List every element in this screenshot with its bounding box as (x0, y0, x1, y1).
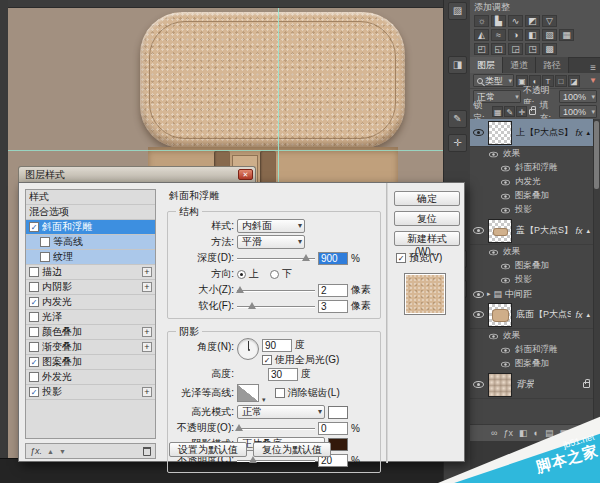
layer-group-row[interactable]: ▸▤中间距 (470, 287, 600, 301)
effect-row[interactable]: 内发光 (470, 175, 600, 189)
checkbox-icon[interactable] (29, 267, 39, 277)
effect-row[interactable]: 图案叠加 (470, 357, 600, 371)
tab-layers[interactable]: 图层 (470, 57, 503, 73)
adjustment-layer-icon[interactable]: ◐ (534, 426, 539, 441)
fx-collapse-icon[interactable]: ▴ (586, 129, 590, 137)
preview-checkbox[interactable]: ✓ (396, 253, 406, 263)
anti-alias-checkbox[interactable] (275, 388, 285, 398)
soften-slider[interactable] (237, 301, 315, 311)
delete-layer-icon[interactable]: ▯ (574, 426, 579, 441)
visibility-eye-icon[interactable] (501, 361, 510, 367)
close-icon[interactable]: ✕ (238, 169, 253, 180)
visibility-eye-icon[interactable] (489, 151, 498, 157)
bevel-style-dropdown[interactable]: 内斜面 (237, 219, 305, 233)
adjustment-icon[interactable]: ◲ (508, 43, 523, 55)
effect-row[interactable]: 图案叠加 (470, 189, 600, 203)
filter-toggle-icon[interactable]: ▼ (589, 76, 597, 85)
angle-dial[interactable] (237, 338, 259, 360)
lock-transparency-icon[interactable]: ▦ (492, 106, 503, 117)
checkbox-icon[interactable]: ✓ (29, 297, 39, 307)
soften-input[interactable]: 3 (318, 300, 348, 313)
move-down-icon[interactable]: ▼ (59, 448, 66, 455)
gloss-contour-thumbnail[interactable] (237, 384, 259, 402)
visibility-eye-icon[interactable] (501, 179, 510, 185)
expand-triangle-icon[interactable]: ▸ (487, 290, 491, 298)
adjustment-icon[interactable]: ▙ (491, 15, 506, 27)
layer-fx-icon[interactable]: fx (575, 128, 582, 138)
lock-position-icon[interactable]: ✛ (516, 106, 527, 117)
brush-panel-icon[interactable]: ✎ (448, 110, 467, 128)
reset-button[interactable]: 复位 (394, 211, 460, 226)
delete-style-icon[interactable] (143, 447, 151, 456)
style-list-item[interactable]: 颜色叠加+ (26, 325, 155, 340)
visibility-eye-icon[interactable] (501, 193, 510, 199)
adjustment-icon[interactable]: ◭ (474, 29, 489, 41)
visibility-eye-icon[interactable] (473, 291, 484, 298)
layer-thumbnail[interactable] (488, 303, 512, 327)
layer-thumbnail[interactable] (488, 373, 512, 397)
angle-input[interactable]: 90 (262, 339, 292, 352)
effect-row[interactable]: 投影 (470, 273, 600, 287)
set-default-button[interactable]: 设置为默认值 (169, 442, 247, 457)
adjustment-icon[interactable]: ▩ (542, 43, 557, 55)
effect-row[interactable]: 斜面和浮雕 (470, 343, 600, 357)
style-list-item[interactable]: 外发光 (26, 370, 155, 385)
link-layers-icon[interactable]: ∞ (491, 426, 497, 441)
tab-paths[interactable]: 路径 (536, 57, 569, 73)
adjustment-icon[interactable]: ◩ (525, 15, 540, 27)
size-slider[interactable] (237, 285, 315, 295)
style-list-item[interactable]: 渐变叠加+ (26, 340, 155, 355)
visibility-eye-icon[interactable] (473, 381, 484, 388)
fx-icon[interactable]: ƒx. (30, 446, 42, 456)
adjustment-icon[interactable]: ◰ (474, 43, 489, 55)
effect-row[interactable]: 图案叠加 (470, 259, 600, 273)
adjustment-icon[interactable]: ◧ (525, 29, 540, 41)
layer-row[interactable]: 底面【P大点S】fx▴ (470, 301, 600, 329)
layer-thumbnail[interactable] (488, 121, 512, 145)
altitude-input[interactable]: 30 (268, 368, 298, 381)
style-list-item[interactable]: ✓斜面和浮雕 (26, 220, 155, 235)
visibility-eye-icon[interactable] (501, 263, 510, 269)
layers-scrollbar[interactable] (593, 119, 600, 424)
layer-row[interactable]: 上【P大点S】fx▴ (470, 119, 600, 147)
move-up-icon[interactable]: ▲ (47, 448, 54, 455)
styles-panel-icon[interactable]: ▨ (448, 2, 467, 20)
lock-pixels-icon[interactable]: ✎ (504, 106, 515, 117)
checkbox-icon[interactable] (29, 312, 39, 322)
visibility-eye-icon[interactable] (489, 249, 498, 255)
style-list-item[interactable]: ✓投影+ (26, 385, 155, 400)
direction-up-radio[interactable] (237, 270, 246, 279)
new-layer-icon[interactable]: ▦ (559, 426, 568, 441)
filter-kind-dropdown[interactable]: 类型 (473, 74, 514, 87)
highlight-color-swatch[interactable] (328, 406, 348, 419)
size-input[interactable]: 2 (318, 284, 348, 297)
dialog-titlebar[interactable]: 图层样式 ✕ (18, 166, 256, 182)
new-style-button[interactable]: 新建样式(W)... (394, 231, 460, 246)
adjustment-icon[interactable]: ▽ (542, 15, 557, 27)
depth-slider[interactable] (237, 253, 315, 263)
style-list-item[interactable]: 光泽 (26, 310, 155, 325)
depth-input[interactable]: 900 (318, 252, 348, 265)
contour-arrow-icon[interactable]: ▾ (262, 396, 266, 404)
layer-group-icon[interactable]: ▤ (545, 426, 554, 441)
fx-collapse-icon[interactable]: ▴ (586, 227, 590, 235)
adjustment-icon[interactable]: ☼ (474, 15, 489, 27)
style-list-item[interactable]: 内阴影+ (26, 280, 155, 295)
effects-header-row[interactable]: 效果 (470, 245, 600, 259)
style-list-item[interactable]: 描边+ (26, 265, 155, 280)
adjustment-icon[interactable]: ▦ (559, 29, 574, 41)
fill-value[interactable]: 100% (559, 105, 597, 118)
checkbox-icon[interactable] (29, 327, 39, 337)
panel-menu-icon[interactable]: ≡ (590, 62, 600, 73)
highlight-opacity-input[interactable]: 0 (318, 422, 348, 435)
checkbox-icon[interactable] (40, 252, 50, 262)
style-list-item[interactable]: 混合选项 (26, 205, 155, 220)
layer-mask-icon[interactable]: ◧ (519, 426, 528, 441)
highlight-mode-dropdown[interactable]: 正常 (237, 405, 325, 419)
style-list-item[interactable]: ✓图案叠加 (26, 355, 155, 370)
checkbox-icon[interactable] (29, 372, 39, 382)
visibility-eye-icon[interactable] (501, 277, 510, 283)
visibility-eye-icon[interactable] (501, 165, 510, 171)
checkbox-icon[interactable] (40, 237, 50, 247)
adjustment-icon[interactable]: ◳ (525, 43, 540, 55)
